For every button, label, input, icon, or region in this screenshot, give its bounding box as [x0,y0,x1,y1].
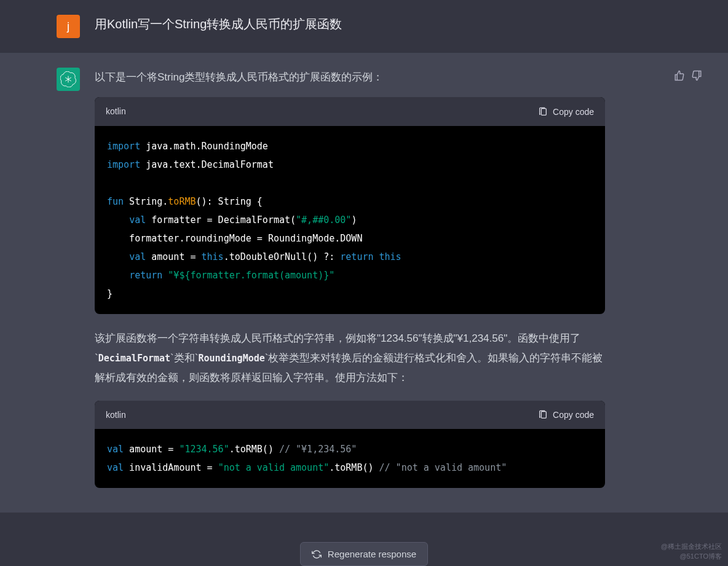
user-avatar: j [57,15,80,38]
inline-code-roundingmode: RoundingMode [198,353,264,364]
svg-rect-0 [541,108,546,115]
code-header-2: kotlin Copy code [95,401,605,430]
assistant-description: 该扩展函数将一个字符串转换成人民币格式的字符串，例如将"1234.56"转换成"… [95,329,605,388]
user-message-inner: j 用Kotlin写一个String转换成人民币的扩展函数 [57,15,671,38]
regenerate-wrap: Regenerate response [0,542,728,566]
code-header-1: kotlin Copy code [95,97,605,126]
code-block-2: kotlin Copy code val amount = "1234.56".… [95,401,605,489]
code-content-1[interactable]: import java.math.RoundingMode import jav… [95,126,605,314]
copy-code-label: Copy code [553,107,594,117]
assistant-message-inner: 以下是一个将String类型转换成人民币格式的扩展函数的示例： kotlin C… [57,68,671,498]
copy-code-button-2[interactable]: Copy code [538,410,594,420]
clipboard-icon [538,107,548,117]
feedback-buttons [674,70,702,81]
copy-code-button-1[interactable]: Copy code [538,107,594,117]
watermark: @稀土掘金技术社区 @51CTO博客 [661,542,722,561]
assistant-message-row: 以下是一个将String类型转换成人民币格式的扩展函数的示例： kotlin C… [0,53,728,513]
user-message-text: 用Kotlin写一个String转换成人民币的扩展函数 [95,15,605,33]
refresh-icon [312,549,322,559]
regenerate-button[interactable]: Regenerate response [300,542,428,566]
assistant-avatar [57,68,80,91]
clipboard-icon [538,410,548,420]
regenerate-label: Regenerate response [328,549,416,559]
assistant-message-content: 以下是一个将String类型转换成人民币格式的扩展函数的示例： kotlin C… [95,68,605,498]
thumbs-up-icon[interactable] [674,70,685,81]
code-block-1: kotlin Copy code import java.math.Roundi… [95,97,605,314]
thumbs-down-icon[interactable] [691,70,702,81]
inline-code-decimalformat: DecimalFormat [98,353,170,364]
assistant-intro-text: 以下是一个将String类型转换成人民币格式的扩展函数的示例： [95,68,605,87]
code-lang-label: kotlin [106,103,126,120]
copy-code-label-2: Copy code [553,410,594,420]
avatar-letter: j [67,20,69,33]
code-lang-label-2: kotlin [106,407,126,423]
code-content-2[interactable]: val amount = "1234.56".toRMB() // "¥1,23… [95,429,605,488]
svg-rect-1 [541,412,546,419]
user-message-row: j 用Kotlin写一个String转换成人民币的扩展函数 [0,0,728,53]
openai-logo-icon [60,71,76,87]
